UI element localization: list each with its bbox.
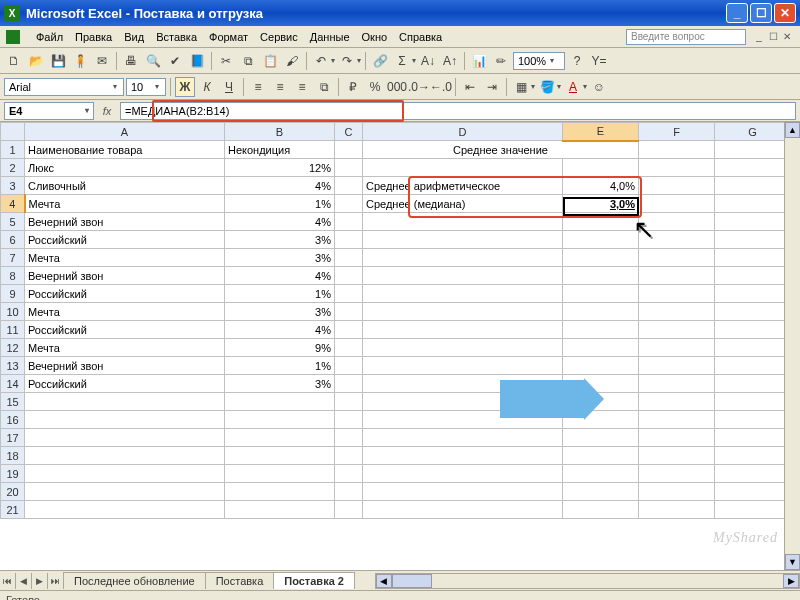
cell-E12[interactable]	[563, 339, 639, 357]
cell-F16[interactable]	[639, 411, 715, 429]
open-icon[interactable]: 📂	[26, 51, 46, 71]
cell-F4[interactable]	[639, 195, 715, 213]
decrease-decimal-icon[interactable]: ←.0	[431, 77, 451, 97]
col-header-G[interactable]: G	[715, 123, 791, 141]
cell-A7[interactable]: Мечта	[25, 249, 225, 267]
cell-C18[interactable]	[335, 447, 363, 465]
cell-G12[interactable]	[715, 339, 791, 357]
cell-G16[interactable]	[715, 411, 791, 429]
col-header-D[interactable]: D	[363, 123, 563, 141]
comma-icon[interactable]: 000	[387, 77, 407, 97]
cell-C5[interactable]	[335, 213, 363, 231]
cell-F19[interactable]	[639, 465, 715, 483]
close-button[interactable]: ✕	[774, 3, 796, 23]
cell-A10[interactable]: Мечта	[25, 303, 225, 321]
redo-icon[interactable]: ↷	[337, 51, 357, 71]
cell-E6[interactable]	[563, 231, 639, 249]
cell-B9[interactable]: 1%	[225, 285, 335, 303]
permission-icon[interactable]: 🧍	[70, 51, 90, 71]
fx-icon[interactable]: fx	[98, 105, 116, 117]
cell-A12[interactable]: Мечта	[25, 339, 225, 357]
cell-C2[interactable]	[335, 159, 363, 177]
cell-B3[interactable]: 4%	[225, 177, 335, 195]
cell-D6[interactable]	[363, 231, 563, 249]
cell-B13[interactable]: 1%	[225, 357, 335, 375]
underline-button[interactable]: Ч	[219, 77, 239, 97]
cell-A21[interactable]	[25, 501, 225, 519]
cell-G13[interactable]	[715, 357, 791, 375]
menu-edit[interactable]: Правка	[69, 29, 118, 45]
hyperlink-icon[interactable]: 🔗	[370, 51, 390, 71]
cell-C15[interactable]	[335, 393, 363, 411]
cell-F20[interactable]	[639, 483, 715, 501]
preview-icon[interactable]: 🔍	[143, 51, 163, 71]
cell-D7[interactable]	[363, 249, 563, 267]
cell-B5[interactable]: 4%	[225, 213, 335, 231]
cell-F8[interactable]	[639, 267, 715, 285]
cell-C14[interactable]	[335, 375, 363, 393]
cell-F18[interactable]	[639, 447, 715, 465]
cell-C8[interactable]	[335, 267, 363, 285]
cell-E13[interactable]	[563, 357, 639, 375]
cell-A4[interactable]: Мечта	[25, 195, 225, 213]
row-header-21[interactable]: 21	[1, 501, 25, 519]
chart-icon[interactable]: 📊	[469, 51, 489, 71]
cell-E5[interactable]	[563, 213, 639, 231]
cell-B4[interactable]: 1%	[225, 195, 335, 213]
font-combo[interactable]: Arial▾	[4, 78, 124, 96]
cell-A8[interactable]: Вечерний звон	[25, 267, 225, 285]
align-left-icon[interactable]: ≡	[248, 77, 268, 97]
row-header-15[interactable]: 15	[1, 393, 25, 411]
row-header-6[interactable]: 6	[1, 231, 25, 249]
cell-G3[interactable]	[715, 177, 791, 195]
cell-B20[interactable]	[225, 483, 335, 501]
cell-G18[interactable]	[715, 447, 791, 465]
cell-F7[interactable]	[639, 249, 715, 267]
cell-E8[interactable]	[563, 267, 639, 285]
cell-G7[interactable]	[715, 249, 791, 267]
cell-B12[interactable]: 9%	[225, 339, 335, 357]
menu-data[interactable]: Данные	[304, 29, 356, 45]
cell-C10[interactable]	[335, 303, 363, 321]
select-all-corner[interactable]	[1, 123, 25, 141]
cell-A16[interactable]	[25, 411, 225, 429]
cell-G5[interactable]	[715, 213, 791, 231]
cell-E21[interactable]	[563, 501, 639, 519]
print-icon[interactable]: 🖶	[121, 51, 141, 71]
cell-G11[interactable]	[715, 321, 791, 339]
cell-D19[interactable]	[363, 465, 563, 483]
cell-B17[interactable]	[225, 429, 335, 447]
autosum-icon[interactable]: Σ	[392, 51, 412, 71]
cell-F9[interactable]	[639, 285, 715, 303]
currency-icon[interactable]: ₽	[343, 77, 363, 97]
cell-D10[interactable]	[363, 303, 563, 321]
row-header-3[interactable]: 3	[1, 177, 25, 195]
menu-insert[interactable]: Вставка	[150, 29, 203, 45]
cell-D17[interactable]	[363, 429, 563, 447]
borders-icon[interactable]: ▦	[511, 77, 531, 97]
minimize-button[interactable]: _	[726, 3, 748, 23]
cell-B7[interactable]: 3%	[225, 249, 335, 267]
cell-B8[interactable]: 4%	[225, 267, 335, 285]
cell-F10[interactable]	[639, 303, 715, 321]
worksheet-grid[interactable]: ABCDEFG1Наименование товараНекондицияСре…	[0, 122, 800, 570]
increase-decimal-icon[interactable]: .0→	[409, 77, 429, 97]
cell-G17[interactable]	[715, 429, 791, 447]
cell-D18[interactable]	[363, 447, 563, 465]
cell-B18[interactable]	[225, 447, 335, 465]
cell-A13[interactable]: Вечерний звон	[25, 357, 225, 375]
row-header-4[interactable]: 4	[1, 195, 25, 213]
copy-icon[interactable]: ⧉	[238, 51, 258, 71]
cell-A19[interactable]	[25, 465, 225, 483]
fill-color-icon[interactable]: 🪣	[537, 77, 557, 97]
menu-window[interactable]: Окно	[356, 29, 394, 45]
name-box[interactable]: E4▾	[4, 102, 94, 120]
menu-format[interactable]: Формат	[203, 29, 254, 45]
cell-G10[interactable]	[715, 303, 791, 321]
spellcheck-icon[interactable]: ✔	[165, 51, 185, 71]
vertical-scrollbar[interactable]: ▲ ▼	[784, 122, 800, 570]
paste-icon[interactable]: 📋	[260, 51, 280, 71]
align-center-icon[interactable]: ≡	[270, 77, 290, 97]
cell-F11[interactable]	[639, 321, 715, 339]
cell-B14[interactable]: 3%	[225, 375, 335, 393]
